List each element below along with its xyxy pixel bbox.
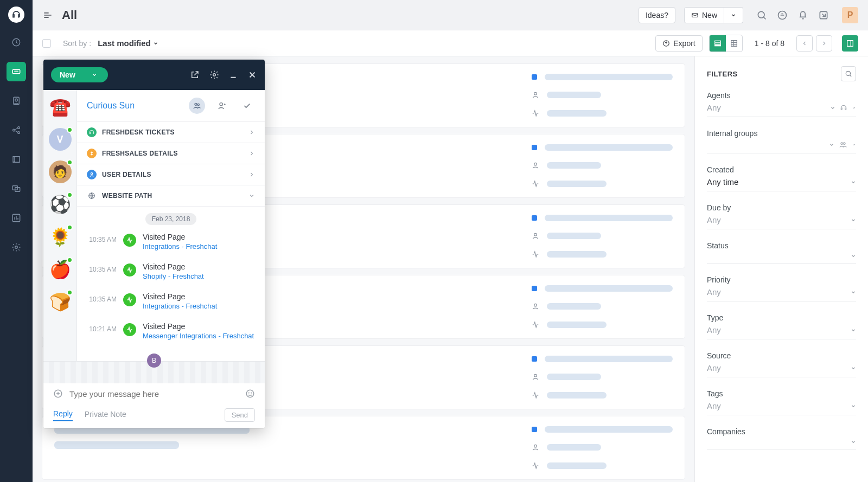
blue-icon bbox=[87, 170, 97, 179]
list-toolbar: Sort by : Last modified Export 1 - 8 of … bbox=[33, 30, 868, 56]
rail-tickets[interactable] bbox=[7, 62, 26, 81]
new-dropdown[interactable] bbox=[724, 7, 743, 23]
activity-icon bbox=[123, 234, 136, 247]
filter-value-dropdown[interactable]: Any bbox=[707, 325, 856, 339]
filter-label: Priority bbox=[707, 275, 856, 284]
green-icon bbox=[87, 127, 97, 137]
bell-icon[interactable] bbox=[797, 10, 808, 21]
pager-text: 1 - 8 of 8 bbox=[755, 39, 784, 48]
attach-icon[interactable] bbox=[53, 389, 63, 399]
rail-forums[interactable] bbox=[7, 179, 26, 198]
message-input[interactable] bbox=[69, 389, 239, 399]
filter-value-dropdown[interactable]: Any bbox=[707, 103, 856, 117]
timeline-link[interactable]: Integrations - Freshchat bbox=[143, 302, 217, 310]
chat-contact-link[interactable]: Curious Sun bbox=[87, 101, 135, 111]
filters-search[interactable] bbox=[841, 66, 856, 81]
status-icon bbox=[532, 74, 537, 80]
card-view-button[interactable] bbox=[710, 35, 726, 52]
reply-tab[interactable]: Reply bbox=[53, 409, 73, 421]
online-indicator bbox=[67, 127, 73, 133]
sortby-dropdown[interactable]: Last modified bbox=[98, 38, 158, 48]
accordion-row[interactable]: WEBSITE PATH bbox=[77, 185, 265, 206]
menu-toggle-icon[interactable] bbox=[42, 10, 53, 21]
new-button-label: New bbox=[702, 11, 717, 20]
rail-admin[interactable] bbox=[7, 237, 26, 257]
select-all-checkbox[interactable] bbox=[42, 39, 51, 48]
accordion-row[interactable]: FRESHSALES DETAILS bbox=[77, 143, 265, 164]
filter-group: CreatedAny time bbox=[707, 165, 856, 191]
sortby-value-text: Last modified bbox=[98, 38, 151, 48]
emoji-icon[interactable] bbox=[245, 389, 255, 399]
conversation-avatar[interactable]: ⚽ bbox=[49, 193, 72, 216]
chat-status-dropdown[interactable]: New bbox=[51, 67, 108, 82]
export-button[interactable]: Export bbox=[655, 35, 702, 52]
filter-group: TypeAny bbox=[707, 313, 856, 339]
svg-point-25 bbox=[534, 374, 537, 377]
search-icon[interactable] bbox=[756, 10, 767, 21]
private-note-tab[interactable]: Private Note bbox=[85, 410, 126, 421]
filter-label: Status bbox=[707, 241, 856, 250]
timeline-link[interactable]: Integrations - Freshchat bbox=[143, 242, 217, 250]
page-title: All bbox=[62, 8, 77, 22]
accordion-row[interactable]: USER DETAILS bbox=[77, 164, 265, 185]
svg-rect-16 bbox=[714, 41, 720, 42]
svg-point-27 bbox=[846, 71, 850, 75]
filter-value-dropdown[interactable]: Any bbox=[707, 401, 856, 415]
conversation-avatar[interactable]: 🍞 bbox=[49, 291, 72, 313]
conversation-avatar[interactable]: 🍎 bbox=[49, 258, 72, 281]
filter-value-dropdown[interactable]: Any time bbox=[707, 177, 856, 191]
close-icon[interactable] bbox=[247, 70, 257, 80]
rail-reports[interactable] bbox=[7, 208, 26, 228]
pager-prev[interactable] bbox=[796, 35, 813, 52]
freshconnect-icon[interactable] bbox=[818, 10, 829, 21]
timeline-link[interactable]: Messenger Integrations - Freshchat bbox=[143, 332, 254, 340]
filter-value-dropdown[interactable] bbox=[707, 141, 856, 153]
chat-icon[interactable] bbox=[777, 10, 788, 21]
assign-group-icon[interactable] bbox=[189, 98, 205, 114]
app-logo[interactable] bbox=[8, 7, 24, 23]
svg-rect-19 bbox=[731, 40, 737, 46]
conversation-avatar[interactable]: ☎️ bbox=[49, 95, 72, 118]
pager-next[interactable] bbox=[816, 35, 832, 52]
chat-header: New bbox=[43, 60, 265, 90]
conversation-avatar[interactable]: V bbox=[49, 128, 72, 151]
filter-label: Companies bbox=[707, 427, 856, 436]
accordion-row[interactable]: FRESHDESK TICKETS bbox=[77, 122, 265, 143]
rail-social[interactable] bbox=[7, 120, 26, 140]
minimize-icon[interactable] bbox=[229, 70, 238, 79]
conversation-avatar[interactable]: 🧑 bbox=[49, 160, 72, 183]
new-button[interactable]: New bbox=[684, 7, 724, 23]
popout-icon[interactable] bbox=[190, 70, 200, 80]
activity-icon bbox=[123, 323, 136, 336]
rail-solutions[interactable] bbox=[7, 150, 26, 169]
rail-dashboard[interactable] bbox=[7, 33, 26, 52]
filter-label: Source bbox=[707, 351, 856, 360]
conversation-avatar[interactable]: 🌻 bbox=[49, 226, 72, 248]
filter-value-dropdown[interactable]: Any bbox=[707, 287, 856, 301]
accordion-label: FRESHDESK TICKETS bbox=[102, 128, 175, 136]
filter-value-dropdown[interactable] bbox=[707, 253, 856, 264]
table-view-button[interactable] bbox=[726, 35, 742, 52]
filter-value-dropdown[interactable]: Any bbox=[707, 363, 856, 377]
online-indicator bbox=[67, 192, 73, 198]
rail-contacts[interactable] bbox=[7, 91, 26, 111]
filter-value-dropdown[interactable] bbox=[707, 439, 856, 449]
user-avatar[interactable]: P bbox=[842, 7, 858, 23]
gear-icon[interactable] bbox=[209, 70, 219, 80]
export-label: Export bbox=[673, 39, 695, 48]
online-indicator bbox=[67, 159, 73, 165]
send-button[interactable]: Send bbox=[225, 408, 255, 422]
resolve-icon[interactable] bbox=[239, 98, 255, 114]
filter-group: Due byAny bbox=[707, 203, 856, 229]
ideas-button[interactable]: Ideas? bbox=[639, 7, 675, 23]
assign-agent-icon[interactable] bbox=[214, 98, 230, 114]
filter-value-dropdown[interactable]: Any bbox=[707, 215, 856, 229]
filters-toggle[interactable] bbox=[842, 35, 858, 52]
svg-point-12 bbox=[758, 11, 764, 18]
timeline-entry: 10:21 AMVisited PageMessenger Integratio… bbox=[87, 322, 255, 340]
timeline-link[interactable]: Shopify - Freshchat bbox=[143, 272, 204, 280]
filter-group: AgentsAny bbox=[707, 91, 856, 117]
timeline-entry: 10:35 AMVisited PageIntegrations - Fresh… bbox=[87, 233, 255, 250]
svg-point-32 bbox=[197, 104, 199, 105]
timeline-time: 10:21 AM bbox=[87, 322, 117, 333]
